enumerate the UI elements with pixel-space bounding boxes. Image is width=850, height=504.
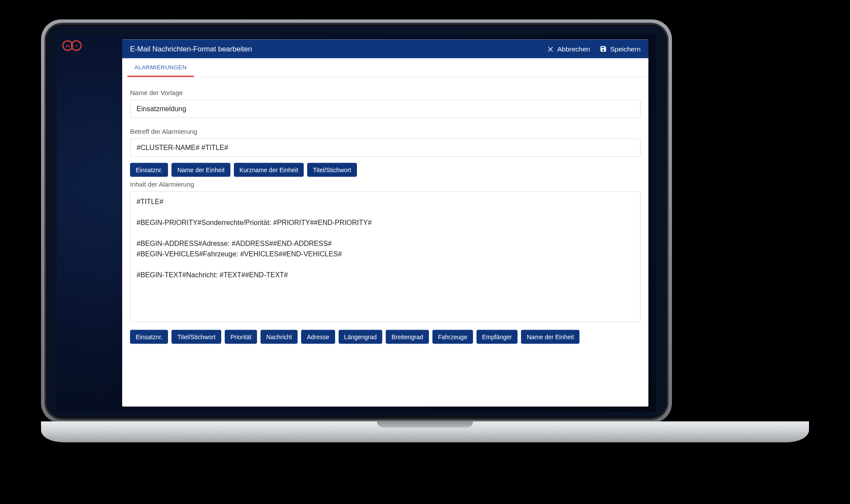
laptop-notch [377,422,473,428]
subject-label: Betreff der Alarmierung [130,128,641,135]
template-name-label: Name der Vorlage [130,89,641,96]
chip-einsatznr[interactable]: Einsatznr. [130,163,168,177]
svg-text:7: 7 [75,44,78,48]
template-name-input[interactable] [130,100,641,118]
chip2-empfaenger[interactable]: Empfänger [476,330,518,344]
chip2-breitengrad[interactable]: Breitengrad [386,330,428,344]
subject-chip-row: Einsatznr. Name der Einheit Kurzname der… [130,163,641,177]
laptop-base [41,422,809,443]
chip2-laengengrad[interactable]: Längengrad [339,330,383,344]
subject-input[interactable] [130,139,641,157]
save-icon [600,45,607,53]
chip2-fahrzeuge[interactable]: Fahrzeuge [432,330,473,344]
form-area: Name der Vorlage Betreff der Alarmierung… [122,78,648,407]
laptop-mockup: 24 7 E-Mail Nachrichten-Format bearbeite… [41,20,809,443]
stage: 24 7 E-Mail Nachrichten-Format bearbeite… [0,0,850,504]
app-frame: E-Mail Nachrichten-Format bearbeiten Abb… [122,40,648,407]
cancel-label: Abbrechen [557,45,590,53]
laptop-screen: 24 7 E-Mail Nachrichten-Format bearbeite… [45,23,668,420]
page-title: E-Mail Nachrichten-Format bearbeiten [130,45,252,53]
logo-24-7: 24 7 [61,40,85,52]
save-label: Speichern [610,45,641,53]
laptop-bezel: 24 7 E-Mail Nachrichten-Format bearbeite… [41,20,672,423]
save-button[interactable]: Speichern [600,45,641,53]
chip-titel-stichwort[interactable]: Titel/Stichwort [307,163,356,177]
chip2-prioritaet[interactable]: Priorität [225,330,257,344]
chip2-titel-stichwort[interactable]: Titel/Stichwort [171,330,221,344]
chip-name-der-einheit[interactable]: Name der Einheit [171,163,230,177]
chip2-einsatznr[interactable]: Einsatznr. [130,330,168,344]
logo-icon: 24 7 [61,40,85,52]
cancel-button[interactable]: Abbrechen [547,45,590,53]
content-label: Inhalt der Alarmierung [130,180,641,188]
content-chip-row: Einsatznr. Titel/Stichwort Priorität Nac… [130,330,641,344]
close-icon [547,45,554,53]
header-actions: Abbrechen Speichern [547,45,641,53]
chip2-name-der-einheit[interactable]: Name der Einheit [521,330,579,344]
tabstrip: ALARMIERUNGEN [122,58,648,78]
content-textarea[interactable] [130,191,641,322]
chip-kurzname-der-einheit[interactable]: Kurzname der Einheit [234,163,304,177]
chip2-adresse[interactable]: Adresse [301,330,335,344]
chip2-nachricht[interactable]: Nachricht [260,330,298,344]
svg-text:24: 24 [66,44,70,48]
tab-alarmierungen[interactable]: ALARMIERUNGEN [127,58,194,77]
screen-content: 24 7 E-Mail Nachrichten-Format bearbeite… [57,35,656,412]
app-header: E-Mail Nachrichten-Format bearbeiten Abb… [122,40,648,58]
